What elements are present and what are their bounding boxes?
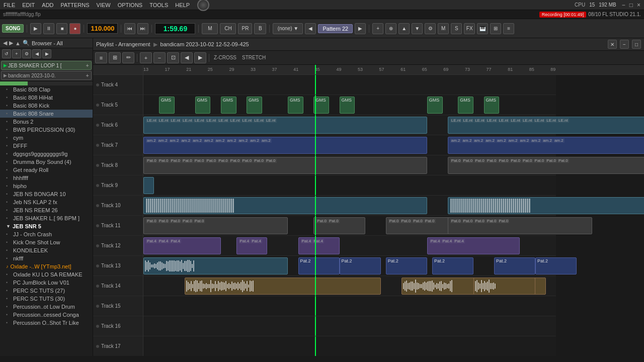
maximize-btn[interactable]: □ xyxy=(628,2,634,9)
merge-btn[interactable]: ⊞ xyxy=(490,23,501,34)
sidebar-item-1[interactable]: • Basic 808 HiHat xyxy=(0,94,93,102)
sidebar-item-19[interactable]: • Kick One Shot Low xyxy=(0,238,93,246)
sidebar-nav-left[interactable]: ◀ xyxy=(32,49,41,58)
clip-track5-3[interactable]: GMS xyxy=(247,97,262,114)
track-label-16[interactable]: Track 16 xyxy=(93,316,143,336)
channel-rack-btn[interactable]: CH xyxy=(220,23,236,34)
sidebar-item-24[interactable]: • PC JumBlock Low V01 xyxy=(0,279,93,287)
arr-tool-zoom-in[interactable]: + xyxy=(140,52,152,63)
menu-item-view[interactable]: VIEW xyxy=(95,2,112,8)
sample1-add-btn[interactable]: + xyxy=(86,62,89,68)
track-label-8[interactable]: Track 8 xyxy=(93,155,143,175)
track-row-12[interactable]: Pat.4Pat.4Pat.4Pat.4Pat.4Pat.4Pat.4Pat.4… xyxy=(143,236,556,256)
minimize-btn[interactable]: − xyxy=(620,2,627,9)
clip-track12-3[interactable]: Pat.4Pat.4Pat.4 xyxy=(427,237,520,254)
sidebar-item-21[interactable]: • nkfff xyxy=(0,254,93,262)
play-button[interactable]: ▶ xyxy=(30,23,41,34)
clip-track13-0[interactable] xyxy=(143,257,288,275)
sidebar-nav-right[interactable]: ▶ xyxy=(42,49,51,58)
track-row-6[interactable]: LE.ntLE.ntLE.ntLE.ntLE.ntLE.ntLE.ntLE.nt… xyxy=(143,115,556,135)
sidebar-item-25[interactable]: • PERC SC TUTS (27) xyxy=(0,287,93,295)
step-fwd-btn[interactable]: ⏭ xyxy=(137,23,148,34)
clip-track12-0[interactable]: Pat.4Pat.4Pat.4 xyxy=(143,237,221,254)
clip-track13-4[interactable]: Pat.2 xyxy=(432,257,473,275)
sidebar-item-11[interactable]: • hhhffff xyxy=(0,174,93,182)
clip-track13-6[interactable]: Pat.2 xyxy=(535,257,577,275)
sidebar-settings-btn[interactable]: ⚙ xyxy=(22,49,31,58)
sidebar-item-4[interactable]: • Bonus 2 xyxy=(0,118,93,126)
sidebar-item-5[interactable]: • BWB PERCUSSION (30) xyxy=(0,126,93,134)
mute-btn[interactable]: M xyxy=(438,23,449,34)
none-dropdown[interactable]: (none) ▼ xyxy=(273,23,303,34)
clip-track5-0[interactable]: GMS xyxy=(159,97,175,114)
menu-item-patterns[interactable]: PATTERNS xyxy=(59,2,91,8)
sidebar-item-2[interactable]: • Basic 808 Kick xyxy=(0,102,93,110)
track-row-13[interactable]: Pat.2Pat.2Pat.2Pat.2Pat.2Pat.2 xyxy=(143,256,556,276)
clip-track13-3[interactable]: Pat.2 xyxy=(386,257,427,275)
track-label-17[interactable]: Track 17 xyxy=(93,336,143,356)
menu-item-file[interactable]: FILE xyxy=(2,2,17,8)
clip-track11-3[interactable]: Pat.0Pat.0Pat.0Pat.0Pat.0 xyxy=(448,217,592,234)
nav-right-btn[interactable]: ▶ xyxy=(355,23,366,34)
arr-tool-pencil[interactable]: ✏ xyxy=(122,52,134,63)
config-btn[interactable]: ⚙ xyxy=(425,23,436,34)
sidebar-item-20[interactable]: • KONDILELEK xyxy=(0,246,93,254)
sidebar-nav-up[interactable]: ▲ xyxy=(15,40,21,46)
track-label-15[interactable]: Track 15 xyxy=(93,296,143,316)
arr-tool-2[interactable]: ⊞ xyxy=(109,52,121,63)
clip-track13-2[interactable]: Pat.2 xyxy=(340,257,381,275)
clip-track6-1[interactable]: LE.ntLE.ntLE.ntLE.ntLE.ntLE.ntLE.ntLE.nt… xyxy=(448,117,644,134)
mixer-btn[interactable]: M xyxy=(202,23,218,34)
add-pattern-btn[interactable]: + xyxy=(372,23,383,34)
pause-button[interactable]: ⏸ xyxy=(43,23,54,34)
clip-track5-2[interactable]: GMS xyxy=(221,97,236,114)
close-btn[interactable]: × xyxy=(635,2,642,9)
track-row-5[interactable]: GMSGMSGMSGMSGMSGMSGMSGMSGMSGMS xyxy=(143,95,556,115)
playhead[interactable] xyxy=(315,65,316,74)
track-label-11[interactable]: Track 11 xyxy=(93,216,143,236)
clip-track5-4[interactable]: GMS xyxy=(288,97,303,114)
clip-track5-9[interactable]: GMS xyxy=(484,97,500,114)
clip-track5-6[interactable]: GMS xyxy=(340,97,355,114)
bpm-display[interactable]: 110.000 xyxy=(87,23,118,34)
track-label-13[interactable]: Track 13 xyxy=(93,256,143,276)
track-row-15[interactable] xyxy=(143,296,556,316)
fx-btn[interactable]: FX xyxy=(464,23,475,34)
browser-btn[interactable]: B xyxy=(254,23,266,34)
arr-tool-scroll-left[interactable]: ◀ xyxy=(181,52,193,63)
track-label-9[interactable]: Track 9 xyxy=(93,175,143,196)
clip-track12-2[interactable]: Pat.4Pat.4 xyxy=(298,237,340,254)
piano-roll-btn[interactable]: PR xyxy=(238,23,252,34)
clip-track10-1[interactable] xyxy=(448,197,644,214)
sidebar-item-8[interactable]: • dggsgs9ggggggggs9g xyxy=(0,150,93,158)
sidebar-item-15[interactable]: • JEB NS REEM 26 xyxy=(0,206,93,214)
ruler[interactable]: 1317212529333741454953576165697377818589 xyxy=(143,65,644,75)
menu-item-help[interactable]: HELP xyxy=(174,2,191,8)
sidebar-item-0[interactable]: • Basic 808 Clap xyxy=(0,85,93,94)
menu-item-options[interactable]: OPTIONS xyxy=(116,2,144,8)
sidebar-item-6[interactable]: • cym xyxy=(0,134,93,142)
sidebar-add-btn[interactable]: + xyxy=(12,49,21,58)
sidebar-item-27[interactable]: • Percussion..ot Low Drum xyxy=(0,303,93,311)
pattern-button[interactable]: Pattern 22 xyxy=(318,24,353,33)
clip-track8-0[interactable]: Pat.0Pat.0Pat.0Pat.0Pat.0Pat.0Pat.0Pat.0… xyxy=(143,157,427,174)
progress-bar[interactable] xyxy=(0,81,93,85)
track-label-12[interactable]: Track 12 xyxy=(93,236,143,256)
track-row-16[interactable] xyxy=(143,316,556,336)
arr-tool-1[interactable]: ≡ xyxy=(95,52,107,63)
sidebar-item-14[interactable]: • Jeb NS KLAP 2 fx xyxy=(0,198,93,206)
sidebar-refresh-btn[interactable]: ↺ xyxy=(2,49,11,58)
sidebar-item-29[interactable]: • Percussion O..Shot Tr Like xyxy=(0,319,93,327)
menu-item-tools[interactable]: TOOLS xyxy=(148,2,170,8)
song-button[interactable]: SONG xyxy=(2,24,24,33)
clip-track14-2[interactable] xyxy=(473,278,535,295)
sidebar-item-13[interactable]: • JEB NS BONGAR 10 xyxy=(0,190,93,198)
split-btn[interactable]: ≡ xyxy=(503,23,514,34)
record-button[interactable]: ● xyxy=(69,23,80,34)
clip-track7-1[interactable]: am.2am.2am.2am.2am.2am.2am.2am.2am.2am.2 xyxy=(448,137,644,154)
nav-left-btn[interactable]: ◀ xyxy=(305,23,316,34)
clip-track6-0[interactable]: LE.ntLE.ntLE.ntLE.ntLE.ntLE.ntLE.ntLE.nt… xyxy=(143,117,427,134)
active-sample-1[interactable]: ▶ JEB SHAKER LOOP 1 [ + xyxy=(1,61,92,70)
clip-track5-7[interactable]: GMS xyxy=(427,97,443,114)
track-label-10[interactable]: Track 10 xyxy=(93,196,143,216)
